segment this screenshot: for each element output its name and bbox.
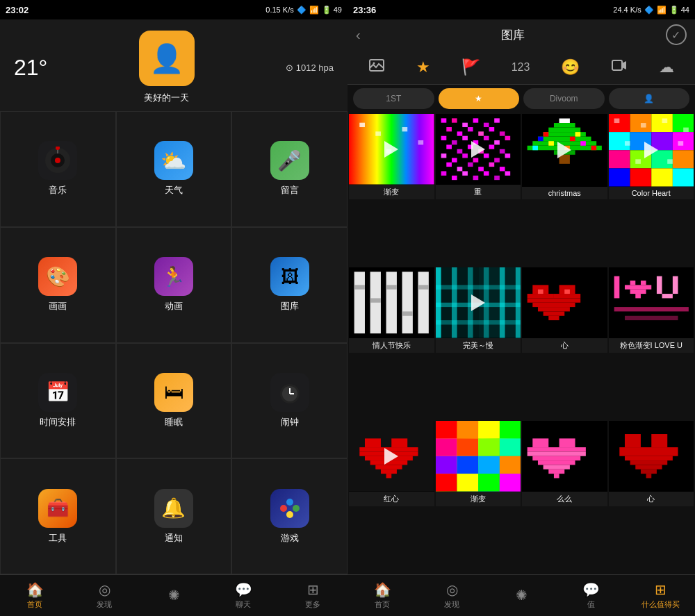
gallery-item-heart2[interactable]: 心 — [609, 421, 694, 506]
svg-rect-180 — [457, 456, 478, 474]
gallery-item-pink-heart[interactable]: 么么 — [522, 421, 607, 506]
svg-rect-196 — [554, 474, 559, 478]
svg-rect-195 — [548, 469, 564, 474]
avatar-name: 美好的一天 — [144, 92, 189, 104]
gallery-item-valentines[interactable]: 情人节快乐 — [349, 267, 434, 353]
gallery-item-gradient2[interactable]: 渐变 — [436, 421, 521, 506]
thumb-red-heart2 — [349, 421, 434, 492]
svg-rect-154 — [635, 294, 641, 298]
right-bluetooth-icon: 🔷 — [644, 6, 654, 15]
gallery-item-red-heart2[interactable]: 红心 — [349, 421, 434, 506]
svg-rect-153 — [630, 290, 646, 294]
app-music[interactable]: 音乐 — [0, 111, 116, 227]
svg-rect-178 — [499, 438, 521, 456]
nav-more-left[interactable]: ⊞ 更多 — [278, 577, 348, 614]
cat-emoji[interactable]: 😊 — [557, 54, 584, 81]
weather-hpa: ⊙ 1012 hpa — [286, 63, 334, 73]
svg-rect-161 — [365, 438, 381, 447]
svg-rect-157 — [662, 294, 672, 298]
nav-chat-left[interactable]: 💬 聊天 — [208, 577, 278, 614]
app-tools[interactable]: 🧰 工具 — [0, 458, 116, 574]
svg-rect-74 — [538, 137, 591, 142]
weather-section: 21° 👤 美好的一天 ⊙ 1012 hpa — [0, 19, 348, 111]
gallery-label-pink-heart: 么么 — [522, 492, 607, 506]
svg-rect-145 — [548, 316, 559, 320]
music-icon — [38, 141, 77, 180]
gallery-item-heavy[interactable]: 重 — [436, 114, 521, 199]
svg-rect-63 — [451, 176, 457, 180]
svg-rect-205 — [646, 474, 651, 478]
app-memo[interactable]: 🎤 留言 — [231, 111, 348, 227]
svg-rect-118 — [418, 272, 429, 333]
app-sleep[interactable]: 🛏 睡眠 — [116, 343, 232, 459]
back-button[interactable]: ‹ — [356, 27, 361, 43]
filter-first[interactable]: 1ST — [353, 88, 434, 109]
app-weather[interactable]: ⛅ 天气 — [116, 111, 232, 227]
gallery-item-perfect-slow[interactable]: 完美～慢 — [436, 267, 521, 353]
home-icon-left: 🏠 — [26, 581, 44, 598]
nav-chat-right[interactable]: 💬 值 — [556, 577, 626, 614]
nav-more-right[interactable]: ⊞ 什么值得买 — [626, 577, 695, 614]
avatar-box[interactable]: 👤 — [139, 31, 195, 86]
filter-divoom[interactable]: Divoom — [523, 88, 605, 109]
battery-text: 🔋 49 — [322, 6, 342, 15]
svg-rect-58 — [467, 163, 473, 167]
svg-rect-25 — [451, 118, 457, 122]
cat-star[interactable]: ★ — [412, 54, 434, 81]
right-signal-text: 24.4 K/s — [613, 6, 641, 14]
nav-settings-right[interactable]: ✺ — [486, 583, 556, 609]
svg-rect-81 — [570, 137, 575, 142]
svg-rect-68 — [505, 171, 510, 175]
filter-starred[interactable]: ★ — [439, 88, 520, 109]
svg-rect-86 — [591, 146, 597, 151]
status-bar-right: 23:36 24.4 K/s 🔷 📶 🔋 44 — [348, 0, 695, 19]
gallery-item-heart[interactable]: 心 — [522, 267, 607, 353]
svg-rect-184 — [457, 474, 478, 491]
app-notify[interactable]: 🔔 通知 — [116, 458, 232, 574]
app-gallery[interactable]: 🖼 图库 — [231, 227, 348, 343]
svg-rect-102 — [630, 168, 651, 186]
play-icon-perfect-slow — [471, 294, 485, 311]
more-icon-right: ⊞ — [655, 581, 667, 598]
thumb-heart2 — [609, 421, 694, 492]
app-schedule[interactable]: 📅 时间安排 — [0, 343, 116, 459]
play-icon-colorheart — [644, 142, 658, 158]
cat-video[interactable] — [607, 53, 632, 82]
cat-cloud[interactable]: ☁ — [655, 54, 678, 81]
gallery-item-pink-love[interactable]: 粉色渐变I LOVE U — [609, 267, 694, 353]
svg-rect-192 — [532, 456, 580, 460]
tools-icon: 🧰 — [38, 489, 77, 528]
gallery-item-christmas[interactable]: christmas — [522, 114, 607, 199]
cat-flag[interactable]: 🚩 — [457, 54, 484, 81]
nav-home-right[interactable]: 🏠 首页 — [348, 577, 417, 614]
page-title: 图库 — [501, 27, 525, 43]
app-games[interactable]: 游戏 — [231, 458, 348, 574]
svg-rect-54 — [494, 158, 500, 162]
gallery-item-colorheart[interactable]: Color Heart — [609, 114, 694, 199]
app-animation[interactable]: 🏃 动画 — [116, 227, 232, 343]
nav-discover-right[interactable]: ◎ 发现 — [417, 577, 486, 614]
svg-rect-35 — [499, 131, 505, 135]
cat-numbers[interactable]: 123 — [507, 57, 534, 78]
thumb-heart — [522, 267, 607, 338]
nav-home-left[interactable]: 🏠 首页 — [0, 577, 70, 614]
filter-user[interactable]: 👤 — [609, 88, 690, 109]
svg-rect-198 — [624, 434, 640, 447]
app-weather-label: 天气 — [165, 184, 183, 197]
svg-rect-172 — [457, 421, 478, 438]
memo-icon: 🎤 — [270, 141, 309, 180]
svg-rect-84 — [532, 146, 538, 151]
svg-rect-33 — [478, 131, 484, 135]
nav-settings-left[interactable]: ✺ — [139, 583, 208, 609]
top-bar-right: ‹ 图库 ✓ — [348, 19, 695, 50]
cat-image[interactable] — [364, 53, 389, 82]
confirm-button[interactable]: ✓ — [666, 24, 687, 45]
gallery-item-gradient[interactable]: 渐变 — [349, 114, 434, 199]
chat-icon-left: 💬 — [235, 581, 252, 598]
user-filter-icon: 👤 — [644, 94, 654, 103]
app-alarm[interactable]: 闹钟 — [231, 343, 348, 459]
svg-rect-34 — [489, 127, 494, 131]
notify-icon: 🔔 — [154, 489, 193, 528]
nav-discover-left[interactable]: ◎ 发现 — [70, 577, 139, 614]
app-paint[interactable]: 🎨 画画 — [0, 227, 116, 343]
